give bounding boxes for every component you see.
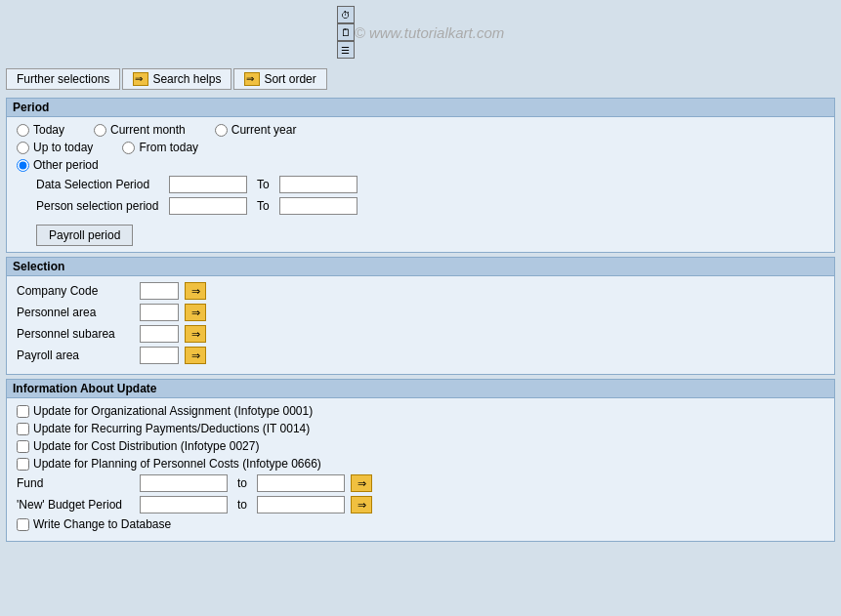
payroll-area-row: Payroll area ⇒ — [17, 347, 824, 364]
data-selection-from-input[interactable] — [169, 176, 247, 193]
fund-to-input[interactable] — [257, 474, 345, 492]
check2-label: Update for Recurring Payments/Deductions… — [33, 422, 310, 435]
to-label-1: To — [257, 178, 270, 191]
information-section: Information About Update Update for Orga… — [6, 379, 835, 542]
doc-icon[interactable]: 🗒 — [337, 23, 355, 41]
radio-current-month-label: Current month — [110, 123, 186, 137]
further-selections-label: Further selections — [17, 72, 109, 86]
tab-toolbar: Further selections Search helps Sort ord… — [0, 64, 841, 94]
radio-other-period-label: Other period — [33, 158, 99, 172]
sort-order-button[interactable]: Sort order — [233, 68, 326, 90]
fund-label: Fund — [17, 476, 134, 490]
radio-up-to-today-group[interactable]: Up to today — [17, 141, 93, 154]
further-selections-button[interactable]: Further selections — [6, 68, 120, 90]
budget-to-label: to — [237, 498, 247, 512]
check4-row: Update for Planning of Personnel Costs (… — [17, 457, 824, 471]
radio-today-group[interactable]: Today — [17, 123, 64, 137]
personnel-subarea-input[interactable] — [140, 325, 179, 343]
payroll-area-arrow-button[interactable]: ⇒ — [185, 347, 206, 364]
radio-current-year-group[interactable]: Current year — [215, 123, 297, 137]
check4-label: Update for Planning of Personnel Costs (… — [33, 457, 321, 471]
search-helps-label: Search helps — [152, 72, 221, 86]
information-body: Update for Organizational Assignment (In… — [7, 398, 834, 541]
radio-current-year[interactable] — [215, 124, 228, 137]
fund-row: Fund to ⇒ — [17, 474, 824, 492]
payroll-area-input[interactable] — [140, 347, 179, 364]
person-selection-label: Person selection period — [36, 199, 163, 213]
radio-other-period-group[interactable]: Other period — [17, 158, 99, 172]
personnel-area-input[interactable] — [140, 304, 179, 321]
fund-from-input[interactable] — [140, 474, 228, 492]
radio-current-year-label: Current year — [231, 123, 297, 137]
check1-checkbox[interactable] — [17, 405, 29, 418]
period-row-2: Up to today From today — [17, 141, 824, 154]
personnel-subarea-label: Personnel subarea — [17, 327, 134, 341]
person-selection-row: Person selection period To — [36, 197, 824, 215]
period-section: Period Today Current month Current year … — [6, 98, 835, 253]
radio-up-to-today[interactable] — [17, 142, 29, 154]
budget-to-input[interactable] — [257, 496, 345, 513]
company-code-label: Company Code — [17, 284, 134, 298]
toolbar-icons: ⏱ 🗒 ☰ — [337, 6, 355, 59]
check3-checkbox[interactable] — [17, 440, 29, 453]
person-selection-from-input[interactable] — [169, 197, 247, 215]
check5-checkbox[interactable] — [17, 518, 29, 531]
fund-arrow-button[interactable]: ⇒ — [351, 474, 372, 492]
budget-arrow-button[interactable]: ⇒ — [351, 496, 372, 513]
radio-from-today-group[interactable]: From today — [122, 141, 198, 154]
data-selection-label: Data Selection Period — [36, 178, 163, 191]
radio-current-month[interactable] — [94, 124, 106, 137]
check1-row: Update for Organizational Assignment (In… — [17, 404, 824, 418]
personnel-area-arrow-button[interactable]: ⇒ — [185, 304, 206, 321]
budget-row: 'New' Budget Period to ⇒ — [17, 496, 824, 513]
selection-section: Selection Company Code ⇒ Personnel area … — [6, 257, 835, 375]
personnel-area-label: Personnel area — [17, 306, 134, 319]
watermark-text: © www.tutorialkart.com — [355, 24, 505, 41]
personnel-area-row: Personnel area ⇒ — [17, 304, 824, 321]
radio-today[interactable] — [17, 124, 29, 137]
data-selection-to-input[interactable] — [279, 176, 357, 193]
data-selection-row: Data Selection Period To — [36, 176, 824, 193]
check1-label: Update for Organizational Assignment (In… — [33, 404, 313, 418]
list-icon[interactable]: ☰ — [337, 41, 355, 59]
radio-today-label: Today — [33, 123, 64, 137]
person-selection-to-input[interactable] — [279, 197, 357, 215]
other-period-sub: Data Selection Period To Person selectio… — [17, 176, 824, 246]
company-code-input[interactable] — [140, 282, 179, 300]
selection-body: Company Code ⇒ Personnel area ⇒ Personne… — [7, 276, 834, 374]
radio-up-to-today-label: Up to today — [33, 141, 93, 154]
check5-label: Write Change to Database — [33, 517, 171, 531]
title-bar: ⏱ 🗒 ☰ © www.tutorialkart.com — [0, 0, 841, 64]
period-title: Period — [7, 99, 834, 117]
period-body: Today Current month Current year Up to t… — [7, 117, 834, 252]
budget-label: 'New' Budget Period — [17, 498, 134, 512]
check2-checkbox[interactable] — [17, 423, 29, 435]
radio-from-today-label: From today — [139, 141, 198, 154]
payroll-period-button[interactable]: Payroll period — [36, 225, 133, 246]
check3-row: Update for Cost Distribution (Infotype 0… — [17, 439, 824, 453]
company-code-arrow-button[interactable]: ⇒ — [185, 282, 206, 300]
search-helps-button[interactable]: Search helps — [122, 68, 231, 90]
radio-other-period[interactable] — [17, 159, 29, 172]
company-code-row: Company Code ⇒ — [17, 282, 824, 300]
selection-title: Selection — [7, 258, 834, 276]
check3-label: Update for Cost Distribution (Infotype 0… — [33, 439, 259, 453]
check2-row: Update for Recurring Payments/Deductions… — [17, 422, 824, 435]
check5-row: Write Change to Database — [17, 517, 824, 531]
payroll-area-label: Payroll area — [17, 349, 134, 362]
information-title: Information About Update — [7, 380, 834, 398]
sort-arrow-icon — [244, 72, 260, 86]
period-row-3: Other period — [17, 158, 824, 172]
radio-current-month-group[interactable]: Current month — [94, 123, 186, 137]
personnel-subarea-arrow-button[interactable]: ⇒ — [185, 325, 206, 343]
clock-icon[interactable]: ⏱ — [337, 6, 355, 23]
radio-from-today[interactable] — [122, 142, 135, 154]
to-label-2: To — [257, 199, 270, 213]
payroll-period-label: Payroll period — [49, 228, 120, 242]
search-arrow-icon — [133, 72, 148, 86]
check4-checkbox[interactable] — [17, 458, 29, 471]
period-row-1: Today Current month Current year — [17, 123, 824, 137]
budget-from-input[interactable] — [140, 496, 228, 513]
sort-order-label: Sort order — [264, 72, 315, 86]
fund-to-label: to — [237, 476, 247, 490]
